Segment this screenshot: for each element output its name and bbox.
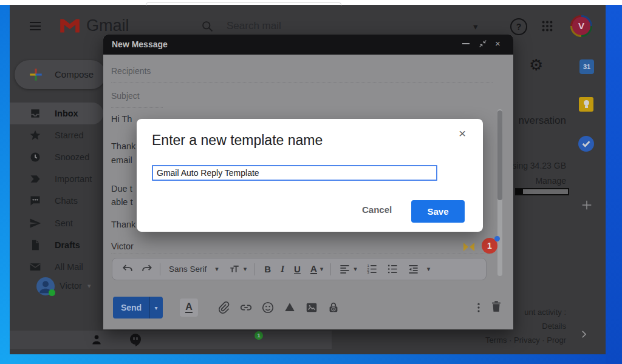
align-caret-icon[interactable]: ▾ <box>354 265 357 273</box>
online-status-dot <box>49 289 55 296</box>
color-caret-icon[interactable]: ▾ <box>320 265 324 273</box>
sidebar-item-chats[interactable]: Chats <box>10 190 103 212</box>
storage-progress-bar <box>515 188 569 195</box>
attach-file-icon[interactable] <box>217 301 230 314</box>
more-options-icon[interactable] <box>473 301 485 314</box>
underline-button[interactable]: U <box>294 264 301 274</box>
close-compose-icon[interactable]: × <box>495 38 501 49</box>
text-size-icon[interactable] <box>228 264 241 275</box>
insert-emoji-icon[interactable] <box>261 301 275 314</box>
save-button[interactable]: Save <box>411 200 465 223</box>
desktop-frame-right <box>606 5 622 364</box>
numbered-list-icon[interactable]: 123 <box>366 263 378 275</box>
toolbar-separator <box>111 254 493 254</box>
sidebar-item-label: All Mail <box>55 262 83 272</box>
signature-line: Victor <box>111 241 134 251</box>
keep-icon[interactable] <box>579 97 593 112</box>
search-input[interactable]: Search mail <box>227 20 281 32</box>
formatting-options-button[interactable]: A <box>180 298 198 317</box>
bullet-list-icon[interactable] <box>387 263 398 275</box>
drive-icon[interactable] <box>283 301 296 314</box>
dialog-close-icon[interactable]: × <box>459 126 466 141</box>
font-caret-icon[interactable]: ▾ <box>215 265 219 273</box>
footer-links-text[interactable]: Terms · Privacy · Progr <box>469 335 566 345</box>
bold-button[interactable]: B <box>264 264 271 274</box>
cancel-button[interactable]: Cancel <box>358 201 395 217</box>
desktop-frame-bottom <box>0 354 622 364</box>
send-button[interactable]: Send ▾ <box>113 297 163 318</box>
screen: Gmail Search mail ▾ ? V ⚙ 31 nversation … <box>0 0 622 364</box>
body-line: Thank <box>111 141 135 151</box>
compose-button[interactable]: Compose <box>15 60 106 89</box>
body-line: able t <box>111 197 132 207</box>
redo-icon[interactable] <box>141 263 152 275</box>
sidebar-profile[interactable]: Victor ▾ <box>10 274 103 298</box>
text-color-button[interactable]: A <box>310 264 317 274</box>
italic-button[interactable]: I <box>281 264 284 274</box>
get-addons-plus-icon[interactable] <box>580 198 593 212</box>
sidebar-item-label: Snoozed <box>55 152 89 162</box>
sidebar-item-drafts[interactable]: Drafts <box>10 234 103 256</box>
tasks-icon[interactable] <box>578 136 594 152</box>
sidebar-item-starred[interactable]: Starred <box>10 124 103 146</box>
send-label: Send <box>113 303 149 312</box>
storage-progress-fill <box>516 189 523 194</box>
contacts-person-icon[interactable] <box>91 334 103 346</box>
compose-scrollbar[interactable] <box>497 109 502 276</box>
scrollbar-thumb[interactable] <box>497 110 502 200</box>
profile-caret-icon: ▾ <box>87 282 91 290</box>
sidebar-item-label: Starred <box>55 130 84 140</box>
desktop-frame-left <box>0 5 10 364</box>
subject-separator <box>111 107 163 108</box>
more-formatting-caret-icon[interactable]: ▾ <box>427 265 431 273</box>
sidebar-item-label: Drafts <box>55 240 80 250</box>
search-icon[interactable] <box>201 20 214 33</box>
sidebar-item-label: Important <box>55 174 92 184</box>
template-name-input[interactable] <box>152 165 437 181</box>
size-caret-icon[interactable]: ▾ <box>244 265 247 273</box>
account-avatar[interactable]: V <box>570 15 592 37</box>
body-line: email <box>111 155 132 165</box>
google-apps-icon[interactable] <box>541 19 554 33</box>
sidebar-item-important[interactable]: Important <box>10 168 103 190</box>
search-options-caret-icon[interactable]: ▾ <box>473 21 478 32</box>
subject-field[interactable]: Subject <box>111 91 140 101</box>
body-line: Hi Th <box>111 114 132 124</box>
indent-icon[interactable] <box>408 263 419 275</box>
sidebar-item-snoozed[interactable]: Snoozed <box>10 146 103 168</box>
exit-fullscreen-icon[interactable] <box>478 39 488 49</box>
template-name-dialog: × Enter a new template name Cancel Save <box>137 119 483 232</box>
sidebar-item-sent[interactable]: Sent <box>10 212 103 234</box>
keep-bulb-shape <box>584 100 589 106</box>
insert-link-icon[interactable] <box>239 301 253 314</box>
sidebar-item-inbox[interactable]: Inbox <box>10 103 103 124</box>
body-line: Thank <box>111 220 135 229</box>
help-icon[interactable]: ? <box>510 18 527 35</box>
discard-draft-trash-icon[interactable] <box>490 300 503 313</box>
align-icon[interactable] <box>339 263 350 275</box>
compose-title: New Message <box>112 39 168 49</box>
send-options-caret-icon[interactable]: ▾ <box>150 305 162 311</box>
extension-icon[interactable] <box>462 240 476 254</box>
compose-header[interactable]: New Message × <box>103 35 513 55</box>
main-menu-icon[interactable] <box>28 19 43 33</box>
insert-image-icon[interactable] <box>305 301 318 314</box>
font-name-select[interactable]: Sans Serif <box>169 265 207 274</box>
confidential-mode-icon[interactable] <box>327 301 340 314</box>
hangouts-badge: 1 <box>255 331 263 340</box>
calendar-icon[interactable]: 31 <box>579 59 594 74</box>
formatting-toolbar: Sans Serif ▾ ▾ B I U A ▾ ▾ 123 ▾ <box>112 258 487 280</box>
toolbar-divider <box>160 263 160 275</box>
hide-side-panel-chevron-icon[interactable] <box>578 329 589 340</box>
toolbar-divider <box>330 263 331 275</box>
recipients-field[interactable]: Recipients <box>111 66 151 76</box>
minimize-icon[interactable] <box>462 43 470 44</box>
multicolor-plus-icon <box>28 67 44 83</box>
sidebar-item-label: Inbox <box>55 109 78 118</box>
keep-bulb-base <box>585 106 588 108</box>
settings-gear-icon[interactable]: ⚙ <box>529 56 543 74</box>
undo-icon[interactable] <box>122 263 134 275</box>
gmail-logo-icon[interactable] <box>58 17 81 35</box>
avatar-letter: V <box>572 17 590 35</box>
hangouts-icon[interactable]: 1 <box>128 332 143 347</box>
